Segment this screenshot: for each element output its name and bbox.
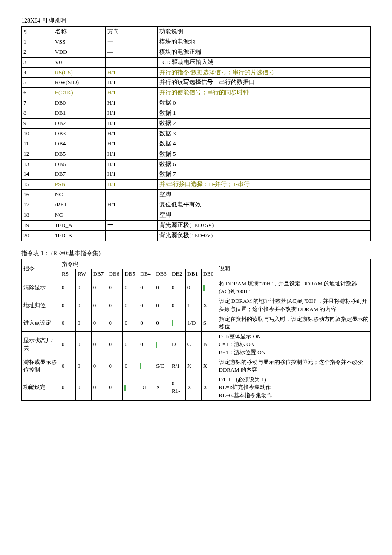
header-code-group: 指令码	[60, 259, 217, 269]
pin-number: 7	[22, 98, 53, 108]
instruction-description: D=I:整体显示 ONC=1：游标 ONB=1：游标位置 ON	[217, 332, 370, 357]
bit-cell: X	[201, 357, 217, 375]
pin-direction: —	[105, 47, 158, 57]
pin-number: 20	[22, 230, 53, 241]
bit-cell: D1	[138, 375, 154, 401]
pin-description: 数据 6	[158, 159, 371, 169]
bit-cell: 0	[170, 296, 185, 314]
pin-name: R/W(SID)	[53, 78, 105, 88]
pin-row: 15PSBH/1并/串行接口选择：H-并行；1-串行	[22, 180, 371, 190]
header-db2: DB2	[170, 269, 185, 279]
pin-direction	[105, 210, 158, 221]
instruction-row: 游标或显示移位控制00000S/CR/1XX设定游标的移动与显示的移位控制位元；…	[22, 357, 371, 375]
pin-direction	[105, 190, 158, 200]
pin-number: 8	[22, 108, 53, 119]
bit-cell: 0	[123, 279, 138, 296]
pin-direction: H/1	[105, 200, 158, 210]
pin-description: 并行的读写选择信号；串行的数据口	[158, 78, 371, 88]
pin-number: 2	[22, 47, 53, 57]
pin-direction: H/1	[105, 139, 158, 149]
pin-name: NC	[53, 190, 105, 200]
pin-name: 1ED_A	[53, 220, 105, 230]
pin-number: 9	[22, 119, 53, 129]
pin-name: VDD	[53, 47, 105, 57]
pin-direction: H/1	[105, 159, 158, 169]
marker-icon	[172, 320, 173, 326]
pin-row: 191ED_A一背光源正极(1ED+5V)	[22, 220, 371, 230]
header-db5: DB5	[123, 269, 138, 279]
pin-direction: H/1	[105, 128, 158, 139]
instruction-description: 设定 DDRAM 的地址计数器(AC)到"00H"，并且将游标移到开头原点位置；…	[217, 296, 370, 314]
header-db7: DB7	[91, 269, 107, 279]
bit-cell: X	[185, 375, 201, 401]
pin-direction: 一	[105, 37, 158, 47]
marker-icon	[140, 363, 141, 369]
pin-name: DB3	[53, 128, 105, 139]
pin-direction: H/1	[105, 78, 158, 88]
pin-row: 8DB1H/1数据 1	[22, 108, 371, 119]
bit-cell: 0	[107, 375, 123, 401]
pin-number: 10	[22, 128, 53, 139]
pin-direction: H/1	[105, 180, 158, 190]
instruction-description: 设定游标的移动与显示的移位控制位元；这个指令并不改变 DDRAM 的内容	[217, 357, 370, 375]
header-db0: DB0	[201, 269, 217, 279]
bit-cell: 0	[60, 375, 76, 401]
bit-cell: 0	[107, 314, 123, 331]
bit-cell: 0 R1-	[170, 375, 185, 401]
instruction-row: 清除显示000000000将 DDRAM 填满"20H"，并且设定 DDRAM …	[22, 279, 371, 296]
header-db6: DB6	[107, 269, 123, 279]
bit-cell: 0	[91, 296, 107, 314]
pin-number: 3	[22, 57, 53, 67]
pin-description: 数据 3	[158, 128, 371, 139]
pin-direction: H/1	[105, 108, 158, 119]
marker-icon	[124, 385, 126, 391]
bit-cell: 0	[123, 296, 138, 314]
pin-row: 16NC空脚	[22, 190, 371, 200]
pin-header-row: 引 名称 方向 功能说明	[22, 27, 371, 37]
bit-cell: 0	[60, 357, 76, 375]
bit-cell: 0	[75, 357, 91, 375]
bit-cell	[201, 279, 217, 296]
pin-number: 15	[22, 180, 53, 190]
bit-cell: 0	[60, 314, 76, 331]
bit-cell: 0	[123, 314, 138, 331]
bit-cell: 0	[107, 296, 123, 314]
pin-description: 1CD 驱动电压输入端	[158, 57, 371, 67]
pin-direction: H/1	[105, 98, 158, 108]
pin-name: /RET	[53, 200, 105, 210]
bit-cell	[170, 314, 185, 331]
bit-cell: S	[201, 314, 217, 331]
bit-cell: 0	[75, 296, 91, 314]
pin-row: 1VSS一模块的电源地	[22, 37, 371, 47]
bit-cell: 0	[75, 375, 91, 401]
pin-row: 4RS(CS)H/1并行的指令/数据选择信号；串行的片选信号	[22, 67, 371, 78]
bit-cell: 1/D	[185, 314, 201, 331]
instruction-name: 进入点设定	[22, 314, 60, 331]
pin-number: 12	[22, 149, 53, 159]
pin-row: 11DB4H/1数据 4	[22, 139, 371, 149]
header-db4: DB4	[138, 269, 154, 279]
pin-description: 数据 4	[158, 139, 371, 149]
pin-description: 复位低电平有效	[158, 200, 371, 210]
pin-description: 背光源负极(1ED-0V)	[158, 230, 371, 241]
bit-cell: 0	[107, 357, 123, 375]
pin-name: DB0	[53, 98, 105, 108]
pin-number: 6	[22, 88, 53, 98]
pin-number: 14	[22, 169, 53, 180]
pin-name: VSS	[53, 37, 105, 47]
instruction-table-title: 指令表 1： (RE=0:基本指令集)	[21, 250, 371, 257]
bit-cell: 0	[123, 357, 138, 375]
pin-row: 12DB5H/1数据 5	[22, 149, 371, 159]
pin-name: V0	[53, 57, 105, 67]
bit-cell: X	[154, 375, 170, 401]
pin-name: DB5	[53, 149, 105, 159]
pin-direction: —	[105, 57, 158, 67]
pin-row: 7DB0H/1数据 0	[22, 98, 371, 108]
instruction-name: 功能设定	[22, 375, 60, 401]
pin-direction: H/1	[105, 169, 158, 180]
bit-cell: 0	[138, 296, 154, 314]
bit-cell	[123, 375, 138, 401]
instruction-name: 地址归位	[22, 296, 60, 314]
bit-cell: 0	[75, 332, 91, 357]
pin-row: 10DB3H/1数据 3	[22, 128, 371, 139]
